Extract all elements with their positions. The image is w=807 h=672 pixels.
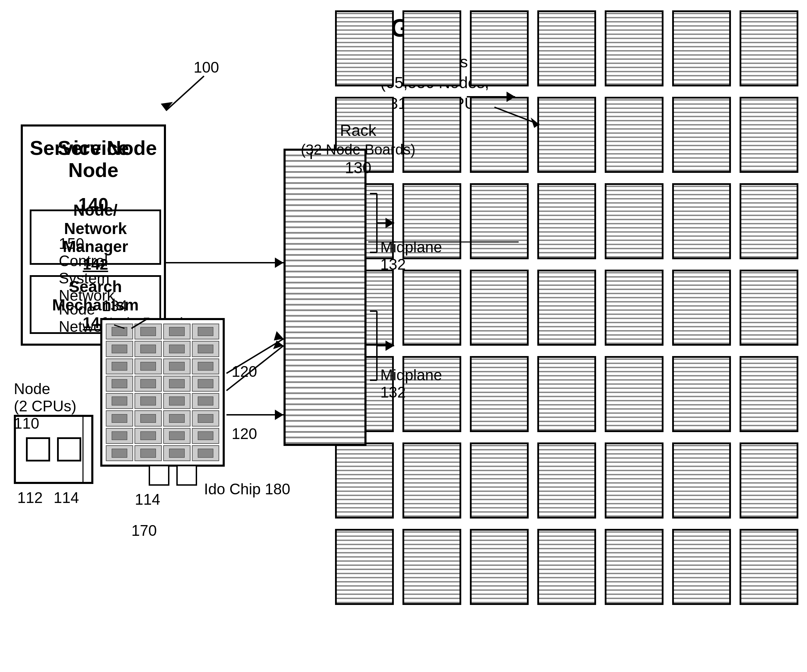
rack-unit	[672, 183, 731, 259]
rack-unit	[537, 183, 596, 259]
node-chip	[134, 428, 162, 444]
rack-unit	[470, 97, 529, 173]
node-chip	[163, 324, 191, 339]
node-label: Node(2 CPUs)110	[14, 380, 76, 432]
rack-unit	[605, 529, 664, 605]
rack-unit	[605, 97, 664, 173]
node-chip	[134, 393, 162, 409]
ref-114-board: 114	[135, 491, 160, 508]
node-chip	[192, 341, 219, 357]
rack-unit	[537, 270, 596, 346]
rack-unit	[605, 443, 664, 519]
svg-line-0	[166, 76, 204, 111]
rack-unit	[672, 270, 731, 346]
node-chip	[163, 445, 191, 461]
node-chip	[134, 445, 162, 461]
svg-marker-28	[275, 410, 284, 420]
node-chip	[192, 410, 219, 426]
rack-unit	[672, 356, 731, 432]
node-chip	[134, 341, 162, 357]
control-system-network-label: 150 ControlSystemNetwork	[59, 235, 115, 304]
node-chip	[106, 393, 133, 409]
rack-unit	[537, 10, 596, 86]
svg-marker-18	[273, 340, 284, 349]
svg-marker-26	[274, 331, 284, 340]
node-chip	[192, 445, 219, 461]
midplane-label-top: Midplane132	[380, 239, 442, 273]
midplane-label-bottom: Midplane132	[380, 367, 442, 401]
rack-unit	[605, 183, 664, 259]
rack-unit	[672, 97, 731, 173]
rack-unit	[740, 270, 799, 346]
ref-170: 170	[131, 522, 157, 539]
ido-chip-label: Ido Chip 180	[204, 481, 291, 498]
rack-unit	[605, 270, 664, 346]
rack-unit	[402, 443, 461, 519]
cpu-block-2	[57, 437, 81, 461]
node-chip	[106, 341, 133, 357]
node-chip	[163, 393, 191, 409]
node-board-container	[100, 318, 225, 467]
ido-chip-2	[176, 465, 197, 486]
rack-unit	[740, 356, 799, 432]
node-chip	[134, 324, 162, 339]
node-chip	[192, 428, 219, 444]
rack-unit	[537, 97, 596, 173]
rack-unit	[470, 529, 529, 605]
ref-112: 112	[17, 489, 43, 506]
cpu-block-1	[26, 437, 50, 461]
node-chip	[106, 376, 133, 392]
node-chip	[106, 410, 133, 426]
rack-unit	[672, 10, 731, 86]
node-chip	[134, 376, 162, 392]
node-chip	[163, 358, 191, 374]
node-chip	[163, 410, 191, 426]
rack-unit	[605, 356, 664, 432]
ref-120b: 120	[232, 425, 257, 443]
node-chip	[134, 358, 162, 374]
node-chip	[192, 393, 219, 409]
diagram: FIG. 1 100 Service Node Service Node Ser…	[0, 0, 807, 672]
node-chip	[106, 428, 133, 444]
rack-unit	[470, 270, 529, 346]
rack-unit	[740, 183, 799, 259]
service-node-text: ServiceNode	[23, 137, 164, 181]
rack-unit	[740, 97, 799, 173]
rack-unit	[402, 529, 461, 605]
rack-unit	[335, 443, 394, 519]
rack-zoomed	[284, 149, 367, 446]
rack-unit	[335, 529, 394, 605]
rack-unit	[672, 529, 731, 605]
rack-unit	[470, 183, 529, 259]
node-chip	[106, 324, 133, 339]
rack-unit	[605, 10, 664, 86]
rack-unit	[402, 10, 461, 86]
node-chip	[192, 324, 219, 339]
node-chip	[106, 445, 133, 461]
rack-unit	[740, 443, 799, 519]
rack-unit	[740, 10, 799, 86]
ido-chip-1	[149, 465, 169, 486]
rack-unit	[402, 270, 461, 346]
rack-unit	[537, 356, 596, 432]
node-chip	[192, 376, 219, 392]
ref-100: 100	[194, 59, 219, 76]
node-chip	[106, 358, 133, 374]
node-chip	[192, 358, 219, 374]
rack-unit	[470, 443, 529, 519]
rack-unit	[537, 443, 596, 519]
svg-marker-1	[161, 102, 173, 111]
node-chip	[134, 410, 162, 426]
rack-zoomed-label: Rack (32 Node Boards) 130	[301, 121, 415, 177]
node-chip	[163, 428, 191, 444]
rack-zoomed-inner	[286, 151, 364, 444]
node-chip	[163, 341, 191, 357]
rack-unit	[335, 10, 394, 86]
rack-unit	[470, 356, 529, 432]
ref-114: 114	[53, 489, 79, 506]
svg-marker-5	[275, 257, 284, 268]
node-chip	[163, 376, 191, 392]
rack-unit	[537, 529, 596, 605]
rack-unit	[672, 443, 731, 519]
rack-unit	[470, 10, 529, 86]
